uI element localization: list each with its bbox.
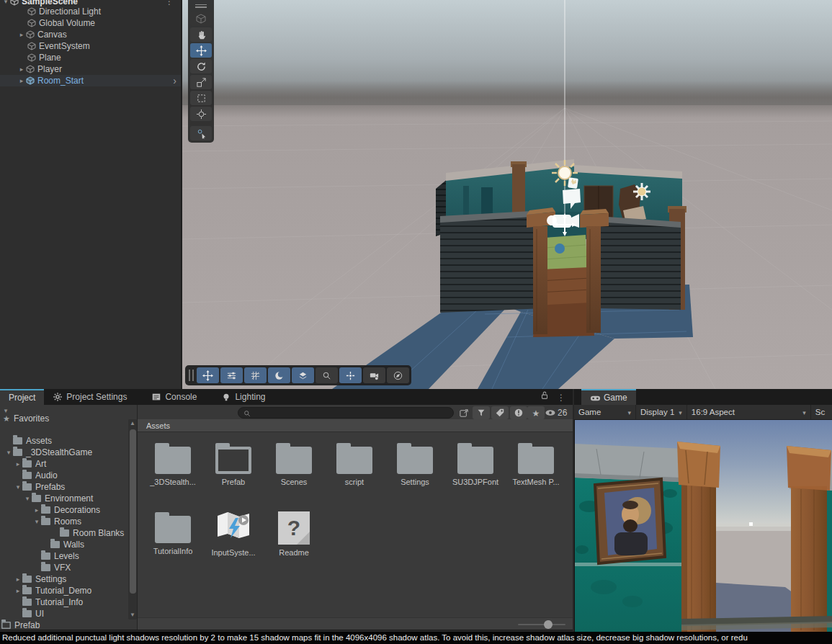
asset-item[interactable]: TutorialInfo	[146, 509, 200, 555]
tab-lighting[interactable]: Lighting	[213, 389, 274, 405]
expand-arrow-icon[interactable]	[17, 66, 26, 73]
tree-item[interactable]: Tutorial_Info	[14, 596, 83, 608]
tree-item[interactable]: VFX	[32, 562, 71, 573]
hierarchy-item[interactable]: Global Volume	[0, 17, 181, 29]
tree-item[interactable]: _3DStealthGame	[4, 447, 92, 458]
scrollbar-thumb[interactable]	[130, 429, 136, 594]
expand-arrow-icon[interactable]	[32, 506, 41, 514]
tree-item[interactable]: Assets	[4, 435, 52, 447]
tab-game[interactable]: Game	[581, 389, 636, 405]
asset-item[interactable]: _3DStealth...	[146, 439, 200, 486]
asset-item[interactable]: SU3DJPFont	[448, 439, 503, 486]
search-by-label-button[interactable]	[491, 406, 509, 419]
rotate-tool-button[interactable]	[190, 59, 212, 73]
hierarchy-item[interactable]: EventSystem	[0, 40, 181, 52]
overlay-drag-handle[interactable]	[189, 370, 194, 381]
overlay-drag-handle[interactable]	[190, 1, 212, 10]
tree-item[interactable]: Levels	[32, 550, 79, 562]
expand-arrow-icon[interactable]	[14, 460, 22, 468]
gameobject-icon	[27, 7, 36, 16]
gameobject-icon	[26, 65, 35, 73]
expand-arrow-icon[interactable]	[4, 449, 13, 456]
hierarchy-item[interactable]: Directional Light	[0, 6, 181, 17]
move-tool-button[interactable]	[190, 43, 212, 58]
game-mode-dropdown[interactable]: Game	[574, 405, 636, 419]
favorites-filter-button[interactable]	[527, 406, 545, 419]
assets-pane: Assets _3DStealth... Prefab Scenes scrip…	[138, 419, 573, 630]
tree-item[interactable]: UI	[14, 608, 44, 620]
game-view[interactable]	[574, 420, 832, 632]
prefab-open-chevron-icon[interactable]	[173, 75, 176, 86]
overlay-visibility-button[interactable]	[292, 367, 314, 383]
custom-tool-button[interactable]	[190, 126, 212, 140]
overlay-camera-button[interactable]	[363, 367, 385, 383]
dropdown-label: Game	[578, 408, 601, 416]
expand-arrow-icon[interactable]	[14, 587, 22, 594]
lock-icon[interactable]	[540, 390, 550, 403]
expand-arrow-icon[interactable]	[1, 0, 10, 5]
hierarchy-item[interactable]: Player	[0, 63, 181, 75]
tree-item[interactable]: Environment	[23, 493, 93, 504]
game-toolbar: Game Display 1 16:9 Aspect Sc	[574, 405, 832, 420]
tree-item[interactable]: Audio	[14, 470, 58, 481]
transform-tool-button[interactable]	[190, 107, 212, 121]
tree-item[interactable]: Decorations	[32, 504, 100, 516]
overlay-sliders-button[interactable]	[220, 367, 243, 383]
hierarchy-item[interactable]: Canvas	[0, 29, 181, 40]
visible-count[interactable]: 26	[545, 406, 567, 419]
tab-console[interactable]: Console	[143, 389, 205, 405]
tree-item[interactable]: Tutorial_Demo	[14, 585, 91, 596]
thumbnail-zoom-slider[interactable]	[518, 624, 565, 625]
tree-item[interactable]: Settings	[14, 573, 66, 585]
hierarchy-item[interactable]: Plane	[0, 52, 181, 63]
asset-item[interactable]: script	[327, 439, 382, 486]
open-in-new-button[interactable]	[455, 406, 473, 419]
tree-scrollbar[interactable]: ▲ ▼	[128, 419, 137, 620]
status-bar[interactable]: Reduced additional punctual light shadow…	[0, 632, 832, 644]
asset-item[interactable]: ? Readme	[267, 509, 321, 557]
tree-item[interactable]: Prefab	[1, 620, 40, 630]
scale-control[interactable]: Sc	[811, 405, 829, 419]
asset-item[interactable]: TextMesh P...	[509, 439, 563, 486]
search-importance-button[interactable]	[510, 406, 527, 419]
search-by-type-button[interactable]	[473, 406, 490, 419]
expand-arrow-icon[interactable]	[17, 77, 26, 84]
asset-item[interactable]: Prefab	[206, 439, 261, 486]
assets-breadcrumb[interactable]: Assets	[138, 419, 573, 432]
expand-arrow-icon[interactable]	[17, 31, 26, 38]
overlay-moon-button[interactable]	[268, 367, 290, 383]
asset-label: Readme	[267, 548, 321, 557]
tree-item[interactable]: Room Blanks	[51, 527, 124, 539]
asset-item[interactable]: InputSyste...	[206, 509, 261, 557]
tab-project-settings[interactable]: Project Settings	[44, 389, 135, 405]
scale-tool-button[interactable]	[190, 75, 212, 89]
hand-tool-button[interactable]	[190, 27, 212, 42]
tree-item[interactable]: Rooms	[32, 516, 81, 527]
tab-project[interactable]: Project	[0, 389, 44, 405]
hierarchy-item-room-start[interactable]: Room_Start	[0, 75, 181, 86]
expand-arrow-icon[interactable]	[32, 518, 41, 525]
overlay-grid-button[interactable]	[244, 367, 267, 383]
view-tool-button[interactable]	[190, 12, 212, 26]
overlay-center-button[interactable]	[339, 367, 362, 383]
scene-view[interactable]	[182, 0, 832, 389]
search-input[interactable]	[256, 408, 449, 417]
overlay-compass-button[interactable]	[387, 367, 409, 383]
panel-menu-icon[interactable]	[557, 390, 565, 403]
aspect-dropdown[interactable]: 16:9 Aspect	[687, 405, 811, 419]
rect-tool-button[interactable]	[190, 91, 212, 105]
tree-item[interactable]: Art	[14, 458, 46, 470]
tree-item[interactable]: Prefabs	[14, 481, 65, 493]
project-search[interactable]	[238, 407, 454, 419]
tree-item-favorites[interactable]: Favorites	[3, 413, 49, 424]
expand-arrow-icon[interactable]	[23, 495, 32, 502]
expand-arrow-icon[interactable]	[14, 483, 22, 491]
overlay-search-button[interactable]	[316, 367, 338, 383]
tree-item[interactable]: Walls	[42, 539, 84, 550]
display-dropdown[interactable]: Display 1	[636, 405, 687, 419]
asset-item[interactable]: Settings	[388, 439, 442, 486]
expand-arrow-icon[interactable]	[14, 576, 22, 583]
overlay-move-button[interactable]	[197, 367, 219, 383]
slider-knob[interactable]	[544, 620, 553, 629]
asset-item[interactable]: Scenes	[267, 439, 321, 486]
